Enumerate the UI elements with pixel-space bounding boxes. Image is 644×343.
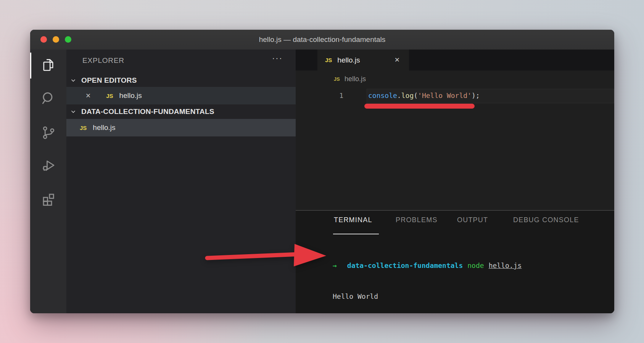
chevron-down-icon [70,77,78,84]
terminal-cwd: data-collection-fundamentals [347,261,463,269]
code-token-dot: . [397,91,401,99]
code-token-paren-open: ( [414,91,418,99]
line-number: 1 [335,91,343,99]
tree-file-label: hello.js [93,123,115,132]
editor-tab-bar: JS hello.js ✕ [296,50,614,71]
tab-output[interactable]: OUTPUT [457,216,488,224]
bottom-panel: TERMINAL PROBLEMS OUTPUT DEBUG CONSOLE →… [296,211,614,313]
code-token-close: ); [472,91,480,99]
tree-item-hellojs[interactable]: JS hello.js [66,119,296,136]
source-control-icon [40,125,56,142]
breadcrumb[interactable]: JS hello.js [296,71,614,87]
open-editor-item-hellojs[interactable]: ✕ JS hello.js [66,87,296,104]
files-icon [40,57,56,74]
active-view-indicator [30,53,31,79]
terminal-command: node [467,261,484,269]
code-token-string: 'Hello World' [418,91,472,99]
activity-bar [30,50,66,313]
activity-extensions-button[interactable] [30,184,66,214]
prompt-arrow-icon: → [333,261,337,269]
terminal-line-output: Hello World [333,291,522,301]
activity-run-debug-button[interactable] [30,151,66,181]
activity-explorer-button[interactable] [30,50,66,81]
editor-tab-hellojs[interactable]: JS hello.js ✕ [317,50,409,71]
javascript-file-icon: JS [80,125,87,131]
search-icon [40,90,56,108]
open-editors-label: OPEN EDITORS [81,76,137,85]
annotation-underline [364,104,475,109]
workspace-folder-label: DATA-COLLECTION-FUNDAMENTALS [81,107,214,116]
javascript-file-icon: JS [334,76,340,82]
code-token-method: log [401,91,414,99]
active-tab-underline [333,234,379,234]
terminal-output[interactable]: →data-collection-fundamentalsnodehello.j… [333,240,522,313]
javascript-file-icon: JS [325,57,332,63]
chevron-down-icon [70,108,78,115]
code-editor[interactable]: 1 console.log('Hello World'); [296,87,614,210]
editor-tab-label: hello.js [337,56,360,64]
open-editor-file-label: hello.js [119,91,142,100]
editor-region: JS hello.js ✕ JS hello.js 1 console.log(… [296,50,614,313]
close-icon[interactable]: ✕ [394,56,400,64]
window-title: hello.js — data-collection-fundamentals [30,30,614,50]
title-bar: hello.js — data-collection-fundamentals [30,30,614,50]
workspace-section-header[interactable]: DATA-COLLECTION-FUNDAMENTALS [66,105,296,118]
terminal-command-arg: hello.js [489,261,522,269]
explorer-title: EXPLORER [82,56,124,65]
vscode-window: hello.js — data-collection-fundamentals [30,30,614,313]
tab-terminal[interactable]: TERMINAL [334,216,372,224]
more-actions-icon[interactable]: ··· [272,53,283,63]
activity-source-control-button[interactable] [30,118,66,149]
open-editors-section-header[interactable]: OPEN EDITORS [66,74,296,87]
tab-debug-console[interactable]: DEBUG CONSOLE [513,216,579,224]
run-debug-icon [40,157,56,175]
tab-problems[interactable]: PROBLEMS [396,216,438,224]
javascript-file-icon: JS [106,93,113,99]
breadcrumb-file-label: hello.js [345,75,366,83]
code-token-object: console [368,91,397,99]
activity-search-button[interactable] [30,84,66,114]
terminal-line-command: →data-collection-fundamentalsnodehello.j… [333,260,522,271]
explorer-sidebar: EXPLORER ··· OPEN EDITORS ✕ JS hello.js … [66,50,296,313]
extensions-icon [40,190,56,208]
code-line-1: console.log('Hello World'); [368,91,480,99]
close-icon[interactable]: ✕ [85,92,91,100]
